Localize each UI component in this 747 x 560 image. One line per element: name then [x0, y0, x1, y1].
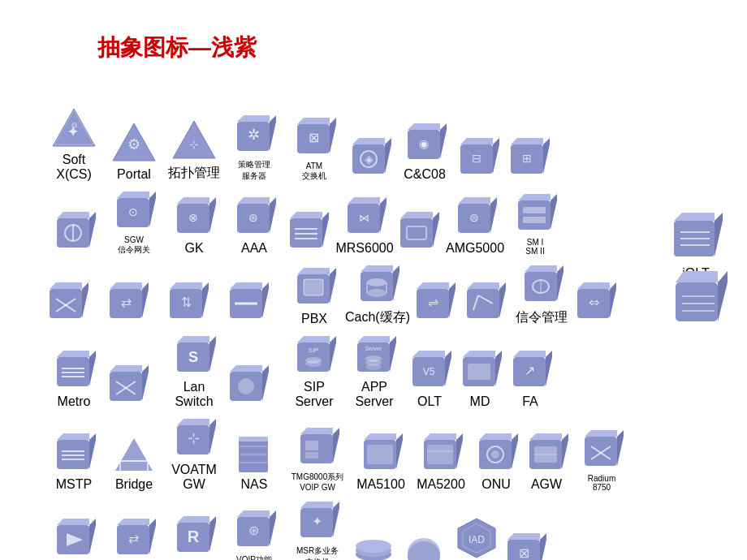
md-label: MD [456, 394, 504, 409]
svg-point-137 [238, 378, 254, 394]
svg-marker-250 [676, 271, 718, 282]
svg-marker-18 [385, 138, 391, 174]
svg-marker-96 [393, 265, 399, 301]
svg-text:✦: ✦ [312, 515, 322, 528]
sig-mgmt-label: 信令管理 [512, 309, 571, 326]
svg-point-97 [367, 278, 386, 286]
svg-rect-71 [523, 207, 546, 213]
icon-item-onu: ONU [472, 430, 520, 492]
icon-item-b18: ⊠ [503, 530, 551, 560]
svg-marker-156 [463, 351, 495, 357]
svg-marker-165 [89, 433, 96, 469]
svg-marker-27 [493, 138, 499, 174]
icon-item-b15 [225, 362, 283, 409]
lan-switch-label: Lan Switch [165, 380, 223, 409]
svg-text:⇄: ⇄ [128, 532, 139, 545]
voatm-gw-icon: ⊹ [172, 416, 216, 459]
softx-icon: ✦ ⚙ [51, 106, 97, 149]
svg-text:⚙: ⚙ [127, 136, 140, 153]
topo-label: 拓扑管理 [165, 165, 223, 182]
svg-rect-206 [585, 437, 617, 466]
icon-item-amg5000: ⊜ AMG5000 [446, 194, 504, 256]
b2-icon: ⊟ [456, 135, 499, 179]
svg-marker-213 [89, 519, 96, 554]
icon-item-ma5200: MA5200 [412, 430, 470, 492]
svg-marker-112 [557, 265, 563, 301]
voatm-gw-label: VOATM GW [165, 463, 223, 492]
olt-icon: V5 [408, 347, 451, 391]
icon-item-b8: ⇄ [105, 279, 163, 326]
onu-label: ONU [472, 477, 520, 492]
svg-text:⇄: ⇄ [121, 295, 132, 309]
sgw-icon: ⊙ [112, 188, 156, 232]
msr-label: MSR多业务交换机(ATM/IP/MPLS) [285, 545, 350, 560]
svg-text:⊛: ⊛ [248, 211, 258, 224]
b3-icon: ⊞ [506, 135, 550, 179]
svg-marker-117 [610, 282, 616, 318]
svg-point-100 [367, 289, 386, 297]
svg-marker-47 [237, 197, 270, 204]
page-title: 抽象图标—浅紫 [97, 32, 257, 63]
icon-item-olt: V5 OLT [405, 347, 454, 409]
svg-marker-34 [57, 212, 89, 218]
atm-icon: ⊠ [292, 114, 336, 158]
policy-icon: ✲ [232, 112, 276, 156]
svg-rect-158 [468, 364, 490, 380]
radium-icon [580, 427, 624, 471]
sip-server-icon: SIP [292, 333, 336, 377]
svg-rect-73 [50, 289, 82, 318]
svg-rect-68 [518, 200, 551, 230]
svg-marker-145 [357, 336, 390, 342]
icon-item-msr: ✦ MSR多业务交换机(ATM/IP/MPLS) [285, 498, 350, 560]
svg-marker-23 [440, 123, 447, 159]
svg-text:↗: ↗ [525, 364, 535, 377]
icon-item-aaa: ⊛ AAA [225, 194, 283, 256]
icon-item-router: R 路由器 [165, 513, 223, 560]
icon-item-mrs6000: ⋈ MRS6000 [335, 194, 394, 256]
b10-icon [225, 279, 269, 323]
svg-text:⊹: ⊹ [188, 430, 200, 446]
svg-marker-153 [445, 351, 451, 386]
svg-marker-120 [57, 351, 89, 357]
svg-marker-40 [149, 192, 156, 227]
svg-marker-22 [408, 123, 440, 130]
svg-marker-212 [57, 519, 89, 525]
svg-text:⋈: ⋈ [359, 212, 369, 224]
icon-item-lan-switch: S Lan Switch [165, 333, 223, 409]
sm-label: SM ISM II [506, 238, 564, 256]
svg-marker-70 [551, 194, 557, 230]
icon-item-cache: Cach(缓存) [345, 262, 410, 326]
svg-marker-224 [237, 510, 270, 517]
icon-item-b16 [352, 530, 400, 560]
svg-marker-43 [177, 197, 209, 204]
gk-icon: ⊗ [172, 194, 216, 238]
svg-marker-111 [525, 265, 557, 272]
b8-icon: ⇄ [105, 279, 149, 323]
svg-text:V5: V5 [423, 366, 435, 377]
b16-icon [352, 530, 395, 560]
icon-item-softx: ✦ ⚙ Soft X(CS) [45, 106, 103, 182]
svg-marker-183 [300, 428, 333, 434]
olt-label: OLT [405, 394, 454, 409]
metro-label: Metro [45, 394, 103, 409]
svg-marker-84 [202, 282, 209, 318]
svg-marker-126 [110, 365, 142, 372]
b1-icon: ◈ [348, 135, 391, 179]
tmg8000-icon [296, 424, 339, 468]
sipp-icon [52, 515, 96, 559]
portal-icon: ⚙ [111, 120, 157, 164]
svg-text:✲: ✲ [248, 127, 260, 143]
icon-item-b10 [225, 279, 283, 326]
icon-item-radium: Radium8750 [572, 427, 631, 492]
icon-item-b5 [285, 209, 334, 256]
icon-item-sig-mgmt: 信令管理 [512, 262, 571, 326]
svg-point-143 [305, 360, 322, 367]
icon-item-b13: ⇔ [572, 279, 621, 326]
svg-text:⊹: ⊹ [189, 138, 199, 151]
svg-text:IAD: IAD [468, 534, 485, 545]
icon-item-md: MD [456, 347, 504, 409]
bridge-label: Bridge [105, 477, 163, 492]
side-large-cube-icon [669, 268, 731, 330]
svg-rect-93 [304, 279, 323, 295]
agw-icon [525, 430, 568, 474]
